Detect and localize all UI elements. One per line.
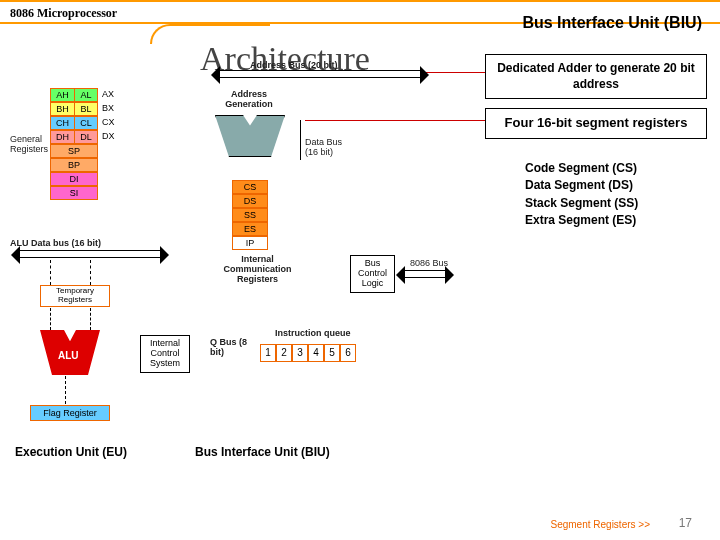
address-generation-block [215,115,285,157]
reg-pair: AHAL [50,88,98,102]
internal-control-block: Internal Control System [140,335,190,373]
address-bus-arrow [220,70,420,78]
label-instr-queue: Instruction queue [275,328,351,338]
reg-pair: BHBL [50,102,98,116]
reg-x: CX [102,117,122,127]
reg-pair: CHCL [50,116,98,130]
reg-sp: SP [50,144,98,158]
page-title: Bus Interface Unit (BIU) [522,14,702,32]
segment-list: Code Segment (CS) Data Segment (DS) Stac… [525,160,705,230]
eu-caption: Execution Unit (EU) [15,445,127,459]
callout-adder-text: Dedicated Adder to generate 20 bit addre… [497,61,695,91]
callout-segreg: Four 16-bit segment registers [485,108,707,139]
ext-bus-arrow [405,270,445,278]
queue-cell: 4 [308,344,324,362]
callout-segreg-text: Four 16-bit segment registers [505,115,688,130]
seg-ss: SS [232,208,268,222]
seg-es: ES [232,222,268,236]
dash-line [50,308,51,330]
label-data-bus: Data Bus (16 bit) [305,138,355,158]
reg-x: DX [102,131,122,141]
dash-line [90,260,91,285]
list-item: Code Segment (CS) [525,160,705,177]
queue-cell: 2 [276,344,292,362]
seg-ds: DS [232,194,268,208]
biu-caption: Bus Interface Unit (BIU) [195,445,330,459]
list-item: Extra Segment (ES) [525,212,705,229]
dash-line [50,260,51,285]
queue-cell: 1 [260,344,276,362]
dash-line [90,308,91,330]
temporary-registers-block: Temporary Registers [40,285,110,307]
label-ext-bus: 8086 Bus [410,258,448,268]
label-addrgen: Address Generation [220,90,278,110]
label-alu: ALU [58,350,79,361]
list-item: Data Segment (DS) [525,177,705,194]
label-alu-bus: ALU Data bus (16 bit) [10,238,101,248]
reg-bp: BP [50,158,98,172]
label-internal-comm: Internal Communication Registers [220,255,295,285]
reg-si: SI [50,186,98,200]
reg-di: DI [50,172,98,186]
seg-cs: CS [232,180,268,194]
dash-line [65,376,66,404]
data-bus-line [300,120,301,160]
reg-pair: DHDL [50,130,98,144]
reg-x: AX [102,89,122,99]
flag-register-block: Flag Register [30,405,110,421]
seg-ip: IP [232,236,268,250]
label-address-bus: Address Bus (20 bit) [250,60,338,70]
callout-adder: Dedicated Adder to generate 20 bit addre… [485,54,707,99]
queue-cell: 3 [292,344,308,362]
breadcrumb: 8086 Microprocessor [10,6,117,21]
footer-link[interactable]: Segment Registers >> [551,519,651,530]
queue-cell: 6 [340,344,356,362]
top-accent-line [0,0,720,2]
bus-control-logic-block: Bus Control Logic [350,255,395,293]
architecture-diagram: Address Bus (20 bit) General Registers A… [10,60,480,500]
label-q-bus: Q Bus (8 bit) [210,338,250,358]
list-item: Stack Segment (SS) [525,195,705,212]
page-number: 17 [679,516,692,530]
reg-x: BX [102,103,122,113]
queue-cell: 5 [324,344,340,362]
alu-bus-arrow [20,250,160,258]
label-general-registers: General Registers [10,135,50,155]
